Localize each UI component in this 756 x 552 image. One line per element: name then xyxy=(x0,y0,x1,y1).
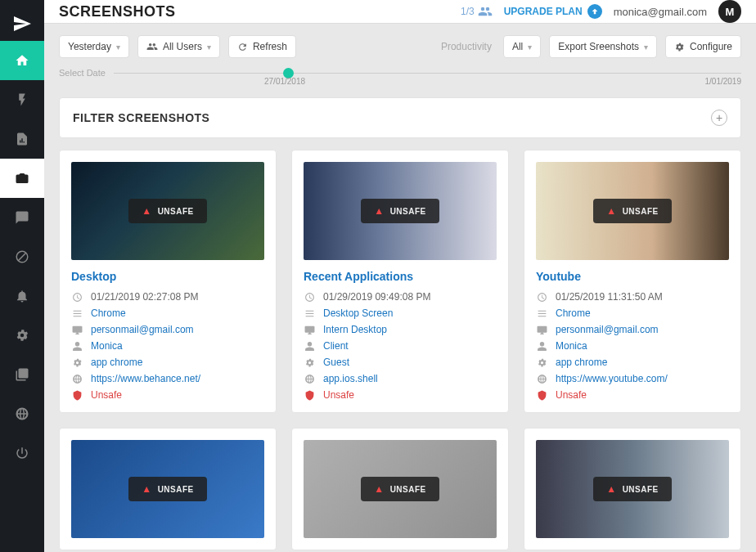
screenshot-card: ▲UNSAFE xyxy=(59,428,277,550)
nav-web[interactable] xyxy=(0,394,44,433)
timeline-track[interactable] xyxy=(114,73,741,74)
gear-icon xyxy=(536,357,547,368)
clock-icon xyxy=(304,291,315,303)
nav-alerts[interactable] xyxy=(0,276,44,316)
export-dropdown[interactable]: Export Sreenshots ▾ xyxy=(549,35,657,58)
date-range-dropdown[interactable]: Yesterday ▾ xyxy=(59,35,129,58)
gear-icon xyxy=(674,42,685,52)
card-url[interactable]: https://www.youtube.com/ xyxy=(556,373,668,384)
upgrade-icon xyxy=(587,4,602,19)
card-process[interactable]: Guest xyxy=(323,357,349,368)
card-timestamp: 01/29/2019 09:49:08 PM xyxy=(323,291,430,303)
card-user[interactable]: Client xyxy=(323,340,349,352)
screenshot-card: ▲UNSAFE Recent Applications 01/29/2019 0… xyxy=(291,150,509,413)
screenshot-card: ▲UNSAFE Youtube 01/25/2019 11:31:50 AM C… xyxy=(524,150,741,413)
nav-chat[interactable] xyxy=(0,198,44,237)
card-title[interactable]: Desktop xyxy=(71,270,264,283)
screenshot-thumbnail[interactable]: ▲UNSAFE xyxy=(536,162,729,260)
filter-title: FILTER SCREENSHOTS xyxy=(73,111,209,124)
card-title[interactable]: Recent Applications xyxy=(304,270,497,283)
productivity-label: Productivity xyxy=(441,41,492,52)
nav-block[interactable] xyxy=(0,237,44,276)
productivity-dropdown[interactable]: All ▾ xyxy=(503,35,541,58)
card-app[interactable]: Chrome xyxy=(556,307,591,319)
users-icon xyxy=(146,42,158,52)
users-dropdown[interactable]: All Users ▾ xyxy=(137,35,220,58)
nav-power[interactable] xyxy=(0,433,44,473)
refresh-icon xyxy=(237,42,248,52)
card-process[interactable]: app chrome xyxy=(556,357,607,368)
globe-icon xyxy=(304,373,315,384)
globe-icon xyxy=(71,373,83,384)
refresh-button[interactable]: Refresh xyxy=(228,35,296,58)
card-title[interactable]: Youtube xyxy=(536,270,729,283)
nav-reports[interactable] xyxy=(0,119,44,159)
screenshot-thumbnail[interactable]: ▲UNSAFE xyxy=(304,162,497,260)
screenshot-thumbnail[interactable]: ▲UNSAFE xyxy=(536,440,729,538)
screenshot-thumbnail[interactable]: ▲UNSAFE xyxy=(71,162,264,260)
unsafe-badge: ▲UNSAFE xyxy=(593,477,672,501)
monitor-icon xyxy=(536,324,547,335)
screenshot-card: ▲UNSAFE xyxy=(524,428,741,550)
date-timeline: Select Date 27/01/2018 1/01/2019 xyxy=(44,66,756,91)
upgrade-plan-link[interactable]: UPGRADE PLAN xyxy=(504,4,602,19)
user-icon xyxy=(71,340,83,352)
user-icon xyxy=(304,340,315,352)
select-date-label: Select Date xyxy=(59,68,106,78)
monitor-icon xyxy=(71,324,83,335)
main-content: SCREENSHOTS 1/3 UPGRADE PLAN monica@gmai… xyxy=(44,0,756,552)
card-process[interactable]: app chrome xyxy=(91,357,142,368)
timeline-start-date: 27/01/2018 xyxy=(264,77,305,86)
warning-icon: ▲ xyxy=(142,205,151,217)
nav-home[interactable] xyxy=(0,41,44,80)
gear-icon xyxy=(71,357,83,368)
unsafe-badge: ▲UNSAFE xyxy=(128,477,207,501)
clock-icon xyxy=(71,291,83,303)
card-status: Unsafe xyxy=(556,389,587,401)
card-user[interactable]: Monica xyxy=(556,340,587,352)
card-url[interactable]: app.ios.shell xyxy=(323,373,378,384)
app-logo[interactable] xyxy=(0,7,44,41)
nav-settings[interactable] xyxy=(0,316,44,355)
toolbar: Yesterday ▾ All Users ▾ Refresh Producti… xyxy=(44,24,756,66)
shield-icon xyxy=(304,389,315,401)
chevron-down-icon: ▾ xyxy=(116,43,120,52)
sidebar xyxy=(0,0,44,552)
user-icon xyxy=(536,340,547,352)
screenshot-thumbnail[interactable]: ▲UNSAFE xyxy=(304,440,497,538)
configure-button[interactable]: Configure xyxy=(665,35,741,58)
nav-library[interactable] xyxy=(0,355,44,394)
card-status: Unsafe xyxy=(323,389,354,401)
nav-screenshots[interactable] xyxy=(0,159,44,198)
card-mail[interactable]: personmail@gmail.com xyxy=(556,324,659,335)
list-icon xyxy=(536,307,547,319)
clock-icon xyxy=(536,291,547,303)
add-filter-button[interactable]: + xyxy=(711,110,727,126)
card-app[interactable]: Desktop Screen xyxy=(323,307,393,319)
card-user[interactable]: Monica xyxy=(91,340,123,352)
chevron-down-icon: ▾ xyxy=(207,43,211,52)
filter-bar: FILTER SCREENSHOTS + xyxy=(59,97,741,138)
chevron-down-icon: ▾ xyxy=(644,43,648,52)
timeline-end-date: 1/01/2019 xyxy=(705,77,742,86)
nav-activity[interactable] xyxy=(0,80,44,119)
header: SCREENSHOTS 1/3 UPGRADE PLAN monica@gmai… xyxy=(44,0,756,24)
card-timestamp: 01/25/2019 11:31:50 AM xyxy=(556,291,663,303)
card-mail[interactable]: personmail@gmail.com xyxy=(91,324,194,335)
shield-icon xyxy=(536,389,547,401)
shield-icon xyxy=(71,389,83,401)
card-app[interactable]: Chrome xyxy=(91,307,126,319)
warning-icon: ▲ xyxy=(606,483,616,495)
list-icon xyxy=(304,307,315,319)
user-count[interactable]: 1/3 xyxy=(461,6,493,17)
card-url[interactable]: https://www.behance.net/ xyxy=(91,373,200,384)
user-email[interactable]: monica@gmail.com xyxy=(614,6,707,18)
card-status: Unsafe xyxy=(91,389,122,401)
globe-icon xyxy=(536,373,547,384)
list-icon xyxy=(71,307,83,319)
monitor-icon xyxy=(304,324,315,335)
screenshot-card: ▲UNSAFE xyxy=(291,428,509,550)
card-mail[interactable]: Intern Desktop xyxy=(323,324,387,335)
user-avatar[interactable]: M xyxy=(718,0,741,23)
screenshot-thumbnail[interactable]: ▲UNSAFE xyxy=(71,440,264,538)
